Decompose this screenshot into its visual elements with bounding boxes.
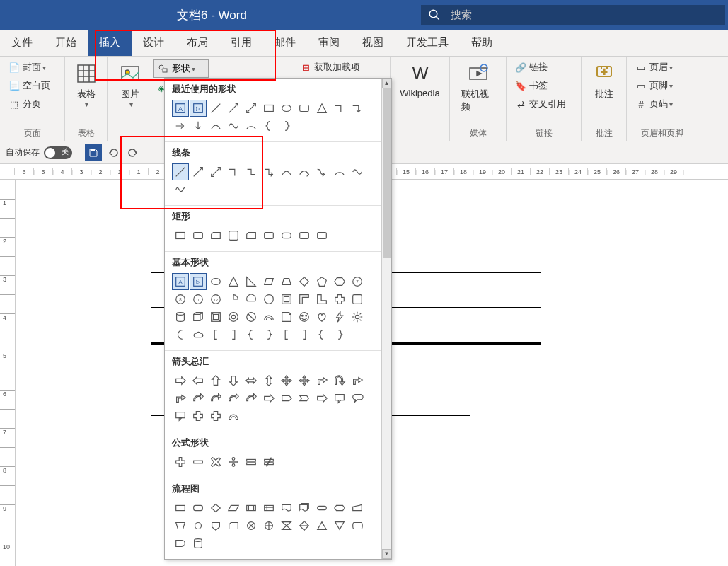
toggle-switch[interactable]: 关 [44, 146, 72, 159]
shape-scrib[interactable] [172, 181, 189, 198]
shape-tri[interactable] [313, 100, 330, 117]
shape-fcDoc[interactable] [278, 499, 295, 516]
tab-insert[interactable]: 插入 [88, 30, 132, 56]
scroll-down-button[interactable]: ▼ [382, 549, 391, 559]
shape-brackL[interactable] [278, 326, 295, 343]
get-addins-button[interactable]: ⊞获取加载项 [297, 59, 384, 75]
shape-cloud[interactable] [190, 326, 207, 343]
link-button[interactable]: 🔗链接 [512, 59, 575, 75]
online-video-button[interactable]: 联机视频 [456, 59, 500, 116]
shape-fcInt[interactable] [260, 499, 277, 516]
shape-dodec[interactable]: 12 [207, 291, 224, 308]
shape-fcConn[interactable] [190, 517, 207, 534]
shape-braceL[interactable] [313, 326, 330, 343]
shape-eqMul[interactable] [207, 454, 224, 470]
tab-review[interactable]: 审阅 [307, 30, 351, 56]
shape-rtri[interactable] [243, 273, 260, 290]
shape-fcStor[interactable] [349, 517, 366, 534]
shape-tear[interactable] [260, 291, 277, 308]
shape-arUD[interactable] [260, 372, 277, 389]
shape-curve[interactable] [278, 163, 295, 180]
shape-cube[interactable] [190, 308, 207, 325]
shape-brackL[interactable] [207, 326, 224, 343]
shape-callL[interactable] [349, 390, 366, 407]
shape-home[interactable] [278, 390, 295, 407]
page-break-button[interactable]: ⬚分页 [6, 96, 59, 112]
shape-rect[interactable] [260, 100, 277, 117]
shape-braceR[interactable] [278, 117, 295, 134]
shape-callR[interactable] [331, 390, 348, 407]
search-box[interactable]: 搜索 [421, 5, 725, 25]
shape-plaque[interactable] [349, 291, 366, 308]
shape-rrect[interactable] [260, 227, 277, 244]
shape-fold[interactable] [278, 308, 295, 325]
tab-view[interactable]: 视图 [351, 30, 395, 56]
shape-rect[interactable] [172, 227, 189, 244]
tab-design[interactable]: 设计 [132, 30, 175, 56]
shape-fcDelay[interactable] [172, 535, 189, 552]
shape-arBent[interactable] [172, 390, 189, 407]
shape-elbow[interactable] [225, 163, 242, 180]
shape-moon[interactable] [172, 326, 189, 343]
shape-arCurve[interactable] [243, 390, 260, 407]
shape-arrowR[interactable] [172, 117, 189, 134]
shape-fcTerm[interactable] [313, 499, 330, 516]
pictures-button[interactable]: 图片▾ [113, 59, 147, 111]
shape-fcOff[interactable] [207, 517, 224, 534]
shape-arc[interactable] [243, 117, 260, 134]
shape-cross[interactable] [207, 408, 224, 424]
shape-fcCard[interactable] [243, 227, 260, 244]
shape-elbow[interactable] [331, 100, 348, 117]
tab-help[interactable]: 帮助 [460, 30, 504, 56]
shape-curve[interactable] [207, 117, 224, 134]
shape-rrect[interactable] [296, 100, 313, 117]
shape-arrowD[interactable] [190, 117, 207, 134]
shape-ar4[interactable] [296, 372, 313, 389]
blank-page-button[interactable]: 📃空白页 [6, 78, 59, 93]
shape-donut[interactable] [225, 308, 242, 325]
shape-blockArc[interactable] [225, 408, 242, 424]
header-button[interactable]: ▭页眉▾ [632, 59, 692, 75]
shape-lineA[interactable] [225, 100, 242, 117]
shape-sun[interactable] [349, 308, 366, 325]
shape-arBlR[interactable] [172, 372, 189, 389]
shape-Lshape[interactable] [313, 291, 330, 308]
shape-oct[interactable]: 8 [172, 291, 189, 308]
shape-fcCard[interactable] [207, 227, 224, 244]
shape-fcSum[interactable] [243, 517, 260, 534]
shape-braceR[interactable] [331, 326, 348, 343]
shape-arCurve[interactable] [225, 390, 242, 407]
shape-arBent[interactable] [349, 372, 366, 389]
shape-fcOr[interactable] [260, 517, 277, 534]
redo-button[interactable] [125, 144, 141, 161]
shape-halfF[interactable] [296, 291, 313, 308]
shape-arCurve[interactable] [207, 390, 224, 407]
bookmark-button[interactable]: 🔖书签 [512, 78, 575, 93]
shape-curveA[interactable] [296, 163, 313, 180]
shape-frame[interactable] [278, 291, 295, 308]
shape-freeform[interactable] [225, 117, 242, 134]
shape-arU[interactable] [331, 372, 348, 389]
autosave-toggle[interactable]: 自动保存 关 [6, 146, 76, 159]
scroll-thumb[interactable] [383, 88, 391, 258]
shape-para[interactable] [260, 273, 277, 290]
undo-button[interactable] [105, 144, 122, 161]
shape-trap[interactable] [278, 273, 295, 290]
shape-heart[interactable] [313, 308, 330, 325]
shape-plaque[interactable] [225, 227, 242, 244]
shape-fcAlt[interactable] [278, 227, 295, 244]
shape-arBent[interactable] [313, 372, 330, 389]
shape-fcExt[interactable] [313, 517, 330, 534]
scroll-up-button[interactable]: ▲ [382, 79, 391, 88]
shape-fcDec[interactable] [207, 499, 224, 516]
shape-braceL[interactable] [260, 117, 277, 134]
shape-arBlL[interactable] [190, 372, 207, 389]
shape-fcManOp[interactable] [172, 517, 189, 534]
shape-callR[interactable] [172, 408, 189, 424]
comment-button[interactable]: + 批注 [587, 59, 620, 103]
shape-rrect[interactable] [313, 227, 330, 244]
shape-noSym[interactable] [243, 308, 260, 325]
shape-eqPlus[interactable] [172, 454, 189, 470]
tab-home[interactable]: 开始 [44, 30, 88, 56]
shape-pent[interactable] [313, 273, 330, 290]
